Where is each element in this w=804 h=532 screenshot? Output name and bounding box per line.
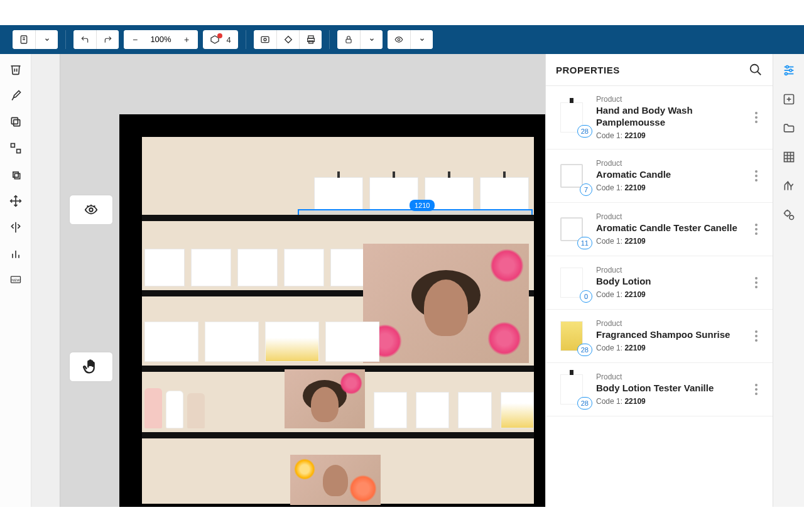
svg-point-30 (751, 65, 759, 73)
shelf-product[interactable] (191, 249, 231, 286)
more-icon[interactable] (750, 384, 763, 395)
product-name: Aromatic Candle Tester Canelle (596, 222, 741, 234)
panel-title: PROPERTIES (556, 65, 620, 75)
product-code: Code 1: 22109 (596, 290, 741, 299)
svg-point-33 (786, 66, 788, 68)
shelf-product[interactable] (237, 249, 278, 286)
shelf-product[interactable] (416, 392, 449, 428)
pan-mode-button[interactable] (69, 352, 113, 382)
visibility-dropdown[interactable] (410, 30, 433, 49)
shelf-product[interactable] (205, 322, 259, 362)
cart-alert-dot (217, 33, 222, 38)
shelf-product[interactable] (480, 177, 529, 211)
document-dropdown[interactable] (35, 30, 58, 49)
canvas[interactable]: 1210 (31, 54, 545, 507)
brush-icon[interactable] (8, 88, 23, 103)
svg-rect-15 (16, 149, 20, 153)
product-thumb: 28 (556, 100, 587, 135)
lifestyle-image[interactable] (285, 369, 364, 428)
duplicate-icon[interactable] (8, 167, 23, 182)
product-name: Body Lotion Tester Vanille (596, 383, 741, 394)
move-icon[interactable] (8, 193, 23, 209)
more-icon[interactable] (750, 170, 763, 182)
right-rail (773, 54, 804, 507)
svg-rect-13 (11, 117, 18, 124)
grid-icon[interactable] (781, 149, 796, 165)
shelf-product[interactable] (501, 392, 534, 428)
product-name: Body Lotion (596, 276, 741, 288)
search-icon[interactable] (749, 63, 763, 77)
add-panel-icon[interactable] (781, 92, 796, 107)
zoom-value: 100% (146, 30, 175, 49)
svg-point-4 (264, 38, 266, 41)
trash-icon[interactable] (8, 62, 23, 77)
zoom-in-button[interactable]: + (175, 30, 198, 49)
product-type: Product (596, 212, 741, 221)
shelf-product[interactable] (325, 322, 379, 362)
product-type: Product (596, 159, 741, 168)
top-toolbar: − 100% + 4 (0, 25, 804, 54)
svg-text:NEW: NEW (11, 278, 20, 282)
product-row[interactable]: 0ProductBody LotionCode 1: 22109 (546, 256, 773, 310)
lock-dropdown[interactable] (360, 30, 383, 49)
shelf-product[interactable] (284, 249, 324, 286)
count-badge: 28 (577, 344, 592, 356)
lifestyle-image[interactable] (290, 455, 381, 505)
left-toolbar: NEW (0, 54, 31, 507)
product-thumb: 28 (556, 318, 587, 354)
count-badge: 7 (580, 183, 592, 196)
zoom-out-button[interactable]: − (124, 30, 146, 49)
product-name: Fragranced Shampoo Sunrise (596, 329, 741, 341)
product-row[interactable]: 11ProductAromatic Candle Tester CanelleC… (546, 203, 773, 256)
svg-point-49 (785, 210, 790, 215)
shelf-product[interactable] (314, 177, 363, 211)
product-thumb: 0 (556, 265, 587, 300)
svg-rect-41 (784, 153, 793, 162)
cart-count: 4 (226, 35, 231, 45)
more-icon[interactable] (750, 277, 763, 288)
svg-point-37 (785, 73, 787, 75)
new-comment-icon[interactable]: NEW (8, 273, 23, 288)
shelf-product[interactable] (458, 392, 491, 428)
analytics-icon[interactable] (781, 178, 796, 193)
svg-rect-3 (261, 36, 269, 42)
product-type: Product (596, 95, 741, 104)
cart-button[interactable]: 4 (203, 30, 238, 49)
product-name: Hand and Body Wash Pamplemousse (596, 105, 741, 129)
shelf-product[interactable] (265, 322, 319, 362)
shelf-product[interactable] (374, 392, 407, 428)
undo-button[interactable] (73, 30, 96, 49)
visibility-button[interactable] (388, 30, 410, 49)
svg-rect-17 (14, 173, 19, 178)
shelf-product[interactable] (144, 322, 198, 362)
product-row[interactable]: 7ProductAromatic CandleCode 1: 22109 (546, 149, 773, 203)
svg-rect-14 (11, 144, 14, 148)
product-code: Code 1: 22109 (596, 183, 741, 192)
print-button[interactable] (299, 30, 322, 49)
folder-icon[interactable] (781, 121, 796, 136)
lock-button[interactable] (337, 30, 360, 49)
more-icon[interactable] (750, 224, 763, 235)
tag-button[interactable] (276, 30, 299, 49)
ungroup-icon[interactable] (8, 141, 23, 156)
more-icon[interactable] (750, 330, 763, 342)
filters-icon[interactable] (781, 63, 796, 78)
redo-button[interactable] (96, 30, 119, 49)
product-row[interactable]: 28ProductBody Lotion Tester VanilleCode … (546, 363, 773, 416)
copy-icon[interactable] (8, 114, 23, 129)
properties-panel: PROPERTIES 28ProductHand and Body Wash P… (545, 54, 773, 507)
view-mode-button[interactable] (69, 195, 113, 225)
svg-point-9 (398, 38, 400, 41)
chart-icon[interactable] (8, 246, 23, 261)
product-row[interactable]: 28ProductHand and Body Wash Pamplemousse… (546, 86, 773, 149)
capture-button[interactable] (254, 30, 276, 49)
settings-icon[interactable] (781, 207, 796, 222)
planogram[interactable]: 1210 (119, 114, 545, 507)
shelf-product[interactable] (144, 249, 185, 286)
more-icon[interactable] (750, 112, 763, 123)
count-badge: 28 (577, 125, 592, 138)
product-row[interactable]: 28ProductFragranced Shampoo SunriseCode … (546, 310, 773, 363)
svg-point-35 (789, 69, 791, 72)
align-icon[interactable] (8, 220, 23, 235)
document-menu-button[interactable] (13, 30, 35, 49)
